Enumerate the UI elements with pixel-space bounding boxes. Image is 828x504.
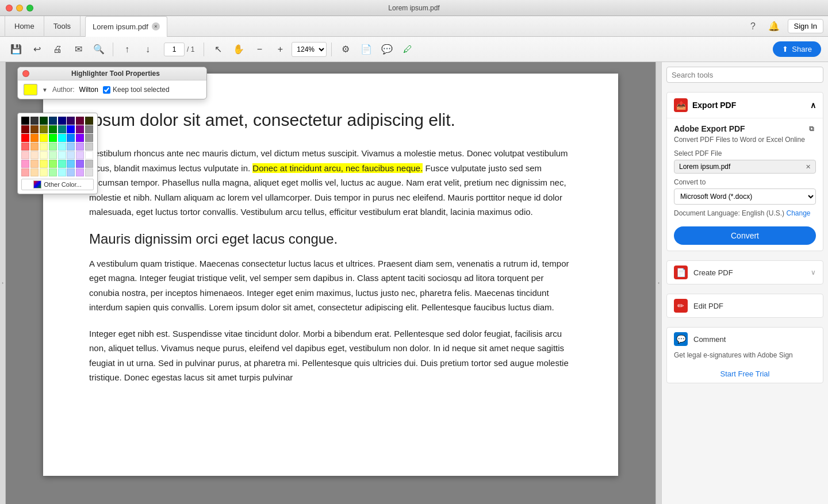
highlighter-panel-close[interactable] — [22, 70, 29, 77]
create-pdf-item[interactable]: 📄 Create PDF ∨ — [667, 261, 823, 284]
color-swatch[interactable] — [24, 84, 37, 95]
undo-button[interactable]: ↩ — [28, 40, 46, 59]
color-cell[interactable] — [40, 143, 48, 151]
color-cell[interactable] — [40, 117, 48, 125]
prev-page-button[interactable]: ↑ — [118, 40, 136, 59]
search-tools-input[interactable] — [666, 67, 823, 83]
change-language-link[interactable]: Change — [786, 209, 810, 217]
color-cell[interactable] — [76, 143, 84, 151]
color-cell[interactable] — [76, 117, 84, 125]
keep-tool-input[interactable] — [103, 86, 110, 94]
next-page-button[interactable]: ↓ — [139, 40, 157, 59]
color-cell[interactable] — [49, 117, 57, 125]
color-cell[interactable] — [76, 168, 84, 176]
tools-tab[interactable]: Tools — [44, 16, 80, 37]
color-cell[interactable] — [67, 151, 75, 159]
color-cell[interactable] — [58, 117, 66, 125]
color-cell[interactable] — [21, 151, 29, 159]
comment-tool-button[interactable]: 💬 — [378, 40, 396, 59]
print-button[interactable]: 🖨 — [48, 40, 67, 59]
color-cell[interactable] — [85, 117, 93, 125]
copy-icon[interactable]: ⧉ — [807, 124, 816, 133]
share-button[interactable]: ⬆ Share — [773, 41, 821, 57]
remove-file-button[interactable]: ✕ — [806, 163, 811, 171]
color-cell[interactable] — [67, 134, 75, 142]
color-cell[interactable] — [30, 125, 39, 133]
color-cell[interactable] — [21, 168, 29, 176]
right-panel-collapse[interactable]: ‹ — [656, 62, 661, 504]
color-cell[interactable] — [21, 125, 29, 133]
color-cell[interactable] — [85, 134, 93, 142]
maximize-button[interactable] — [26, 5, 33, 11]
edit-pdf-item[interactable]: ✏ Edit PDF — [667, 294, 823, 317]
color-cell[interactable] — [21, 117, 29, 125]
start-free-trial-link[interactable]: Start Free Trial — [667, 365, 823, 383]
close-button[interactable] — [6, 5, 13, 11]
color-cell[interactable] — [58, 151, 66, 159]
export-pdf-header[interactable]: 📤 Export PDF ∧ — [667, 93, 823, 118]
document-tab[interactable]: Lorem ipsum.pdf × — [85, 16, 167, 37]
color-cell[interactable] — [67, 125, 75, 133]
color-cell[interactable] — [67, 143, 75, 151]
help-button[interactable]: ? — [746, 20, 760, 33]
color-cell[interactable] — [30, 134, 39, 142]
color-cell[interactable] — [21, 143, 29, 151]
organize-pages-button[interactable]: 📄 — [357, 40, 375, 59]
color-cell[interactable] — [21, 134, 29, 142]
color-cell[interactable] — [21, 160, 29, 168]
color-cell[interactable] — [30, 151, 39, 159]
zoom-select[interactable]: 124% 100% 75% 50% — [292, 42, 327, 57]
minimize-button[interactable] — [16, 5, 23, 11]
page-number-input[interactable] — [164, 43, 185, 56]
color-cell[interactable] — [49, 168, 57, 176]
zoom-out-button[interactable]: − — [250, 40, 269, 59]
color-cell[interactable] — [40, 168, 48, 176]
color-cell[interactable] — [76, 151, 84, 159]
close-doc-tab-button[interactable]: × — [152, 22, 160, 30]
convert-to-select[interactable]: Microsoft Word (*.docx) Microsoft Excel … — [674, 188, 816, 205]
left-panel-collapse[interactable]: › — [0, 62, 6, 504]
color-dropdown-arrow[interactable]: ▼ — [42, 87, 48, 93]
color-cell[interactable] — [40, 125, 48, 133]
color-cell[interactable] — [85, 160, 93, 168]
hand-tool-button[interactable]: ✋ — [229, 40, 248, 59]
color-cell[interactable] — [58, 168, 66, 176]
email-button[interactable]: ✉ — [69, 40, 87, 59]
comment-item[interactable]: 💬 Comment — [667, 328, 823, 351]
highlighter-button[interactable]: 🖊 — [398, 40, 417, 59]
convert-button[interactable]: Convert — [674, 226, 816, 245]
color-cell[interactable] — [49, 151, 57, 159]
color-cell[interactable] — [58, 125, 66, 133]
color-cell[interactable] — [58, 134, 66, 142]
color-cell[interactable] — [76, 125, 84, 133]
sign-in-button[interactable]: Sign In — [788, 19, 823, 33]
color-cell[interactable] — [58, 143, 66, 151]
color-cell[interactable] — [58, 160, 66, 168]
color-cell[interactable] — [40, 134, 48, 142]
cursor-tool-button[interactable]: ↖ — [209, 40, 227, 59]
color-cell[interactable] — [85, 125, 93, 133]
color-cell[interactable] — [67, 117, 75, 125]
color-cell[interactable] — [85, 168, 93, 176]
find-button[interactable]: 🔍 — [90, 40, 108, 59]
other-color-button[interactable]: Other Color... — [21, 179, 94, 190]
color-cell[interactable] — [40, 151, 48, 159]
color-cell[interactable] — [30, 117, 39, 125]
color-cell[interactable] — [40, 160, 48, 168]
color-cell[interactable] — [49, 125, 57, 133]
zoom-in-button[interactable]: + — [271, 40, 289, 59]
color-cell[interactable] — [49, 134, 57, 142]
color-cell[interactable] — [67, 168, 75, 176]
home-tab[interactable]: Home — [5, 16, 44, 37]
color-cell[interactable] — [30, 143, 39, 151]
color-cell[interactable] — [85, 143, 93, 151]
save-button[interactable]: 💾 — [7, 40, 25, 59]
color-cell[interactable] — [67, 160, 75, 168]
color-cell[interactable] — [76, 160, 84, 168]
color-cell[interactable] — [49, 143, 57, 151]
keep-tool-checkbox[interactable]: Keep tool selected — [103, 86, 170, 94]
notifications-button[interactable]: 🔔 — [767, 20, 781, 33]
tools-dropdown-button[interactable]: ⚙ — [336, 40, 355, 59]
color-cell[interactable] — [76, 134, 84, 142]
color-cell[interactable] — [30, 160, 39, 168]
